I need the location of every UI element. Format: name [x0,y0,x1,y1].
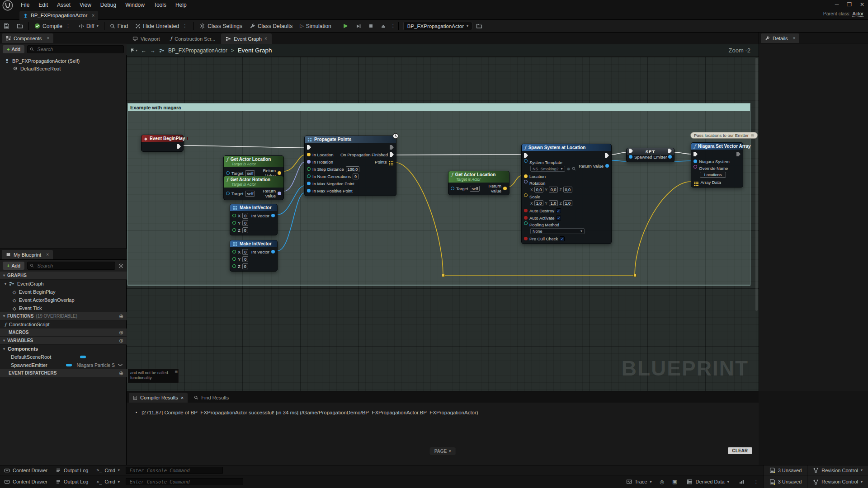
content-drawer-button[interactable]: Content Drawer [0,465,52,475]
console-command-field[interactable] [126,478,243,485]
pin-int[interactable] [232,264,236,268]
pin-exec[interactable] [307,145,311,150]
pin-object[interactable] [451,187,454,190]
section-macros[interactable]: MACROS⊕ [0,328,127,337]
value-box[interactable]: self [245,191,255,197]
components-add-button[interactable]: +Add [3,45,24,53]
find-button[interactable]: Find [106,20,132,32]
details-panel-tab[interactable]: Details× [761,33,799,43]
pin-vector[interactable] [278,171,281,175]
pin-object[interactable] [226,192,230,195]
output-log-button[interactable]: Output Log [52,465,92,475]
graph-canvas[interactable]: Example with niagara ◆Event BeginPlayƒGe… [127,57,759,391]
find-results-tab[interactable]: Find Results [190,393,233,403]
pin-array[interactable] [389,161,391,163]
add-icon[interactable]: ⊕ [119,338,123,344]
page-button[interactable]: PAGE▾ [430,447,456,455]
pin-blue[interactable] [605,164,609,168]
value-box[interactable]: Locations [700,172,726,178]
asset-tab[interactable]: BP_FXPropagationActor × [19,11,98,20]
tree-item-event-beginplay[interactable]: ◇Event BeginPlay [0,288,127,296]
hide-unrelated-button[interactable]: Hide Unrelated⋮ [132,20,192,32]
pin-string[interactable] [693,165,697,169]
insights-button[interactable]: ◎ [656,475,668,488]
content-drawer-button[interactable]: Content Drawer [0,475,52,488]
play-button[interactable] [339,20,352,32]
graph-tab-construction-scr-[interactable]: ƒConstruction Scr... [166,33,220,44]
checkbox-checked[interactable]: ✓ [556,216,561,221]
cmd-selector[interactable]: >_ Cmd▾ [92,465,123,475]
value-box[interactable]: 0 [242,256,248,262]
pin-bool[interactable] [524,216,528,220]
breadcrumb-current[interactable]: Event Graph [238,47,272,54]
menu-asset[interactable]: Asset [52,0,75,10]
console-command-input[interactable] [129,467,220,474]
enum-dropdown[interactable]: None▾ [530,228,585,234]
node-spawn-system-at-location[interactable]: ƒSpawn System at LocationSystem Template… [521,144,612,244]
unsaved-button[interactable]: 3 Unsaved [764,465,807,475]
menu-tools[interactable]: Tools [149,0,171,10]
breadcrumb-root[interactable]: BP_FXPropagationActor [168,47,227,54]
pin-int[interactable] [232,228,236,232]
pin-int[interactable] [232,250,236,253]
node-niagara-set-vector-array[interactable]: Pass locations to our Emitter▤ƒNiagara S… [691,142,743,188]
pin-rotator[interactable] [307,160,311,164]
add-icon[interactable]: ⊕ [119,329,123,336]
output-log-button[interactable]: Output Log [52,475,92,488]
nav-back-button[interactable]: ← [141,47,146,54]
value-box[interactable]: 0,0 [534,187,544,192]
section-graphs[interactable]: ▾GRAPHS [0,272,127,280]
pin-exec[interactable] [605,153,609,158]
pin-exec[interactable] [177,144,181,149]
my-blueprint-search-input[interactable] [36,263,113,269]
panel-close-icon[interactable]: × [47,36,49,41]
pin-object[interactable] [226,171,230,175]
component-row-defaultsceneroot[interactable]: DefaultSceneRoot [0,65,127,72]
my-blueprint-search[interactable] [27,262,115,270]
node-set-spawned-emitter[interactable]: SETSpawned Emitter [626,148,675,162]
pin-blue[interactable] [271,214,275,217]
menu-help[interactable]: Help [171,0,191,10]
pin-int[interactable] [232,221,236,225]
value-box[interactable]: 0 [242,227,248,233]
eye-closed-icon[interactable] [118,363,123,367]
comment-title[interactable]: Example with niagara [128,103,750,111]
my-blueprint-panel-tab[interactable]: My Blueprint× [2,250,53,259]
class-defaults-button[interactable]: Class Defaults [246,20,296,32]
menu-edit[interactable]: Edit [34,0,52,10]
browse-button[interactable] [13,20,27,32]
section-variables[interactable]: ▾VARIABLES⊕ [0,337,127,345]
revision-control-button[interactable]: Revision Control▾ [807,475,868,488]
menu-window[interactable]: Window [121,0,149,10]
bookmarks-button[interactable]: ▾ [130,48,137,53]
menu-view[interactable]: View [75,0,96,10]
add-icon[interactable]: ⊕ [119,370,123,376]
add-icon[interactable]: ⊕ [119,313,123,319]
pin-vector[interactable] [524,193,528,197]
node-make-intvector-1[interactable]: Make IntVectorX0Int VectorY0Z0 [230,204,278,235]
pin-exec[interactable] [693,152,698,156]
variable-defaultsceneroot[interactable]: DefaultSceneRoot [0,353,127,361]
tab-close-icon[interactable]: × [264,36,267,41]
unsaved-button[interactable]: 3 Unsaved [764,475,807,488]
pin-exec[interactable] [390,152,394,157]
pin-object[interactable] [524,159,528,163]
checkbox-checked[interactable]: ✓ [560,236,565,241]
pin-teal[interactable] [524,221,528,225]
tree-item-eventgraph[interactable]: ▾EventGraph [0,280,127,288]
tree-item-event-tick[interactable]: ◇Event Tick [0,304,127,312]
minimize-icon[interactable]: ─ [835,0,839,9]
value-box[interactable]: 1,0 [534,200,544,206]
tree-item-constructionscript[interactable]: ƒConstructionScript [0,320,127,328]
clear-button[interactable]: CLEAR [728,447,752,454]
node-make-intvector-2[interactable]: Make IntVectorX0Int VectorY0Z0 [230,240,278,272]
use-selected-icon[interactable]: ⊕ [567,166,571,171]
derived-data-button[interactable]: Derived Data▾ [681,475,734,488]
value-box[interactable]: self [245,170,255,176]
pin-vector[interactable] [307,153,311,156]
value-box[interactable]: 0 [242,249,248,255]
pin-int[interactable] [232,257,236,261]
frame-skip-button[interactable] [352,20,365,32]
graph-tab-viewport[interactable]: Viewport [128,33,165,44]
simulation-button[interactable]: ▷ Simulation [296,20,335,32]
